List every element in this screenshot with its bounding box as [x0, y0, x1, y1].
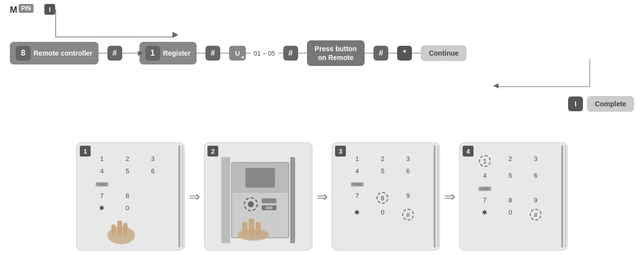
- key-4-8: 8: [500, 196, 521, 204]
- svg-rect-2: [123, 223, 128, 236]
- hand-svg-2: [231, 211, 275, 241]
- hash-3: #: [283, 46, 298, 61]
- connector-5: [246, 53, 251, 54]
- key-3-4: 4: [347, 167, 368, 175]
- step-number-1: 1: [145, 46, 160, 61]
- key-4-7: 7: [475, 196, 495, 204]
- continue-box: Continue: [421, 45, 467, 61]
- step-number-8: 8: [16, 46, 31, 61]
- device-top-panel: [232, 163, 288, 192]
- key-1-2: 2: [117, 155, 138, 162]
- device-wrapper: [221, 157, 295, 243]
- key-1-1: 1: [92, 155, 112, 162]
- connector-3: [197, 53, 205, 54]
- door-lines-3: [427, 143, 440, 250]
- step-num-4: 4: [463, 146, 474, 157]
- svg-rect-1: [117, 221, 122, 236]
- key-3-card: CARD: [347, 180, 368, 187]
- continue-connector-h: [497, 86, 590, 87]
- arrow-next-1: ⇒: [189, 189, 200, 205]
- step-register-label: Register: [163, 49, 191, 57]
- key-4-star: ✱: [475, 209, 495, 221]
- door-line-1b: [182, 145, 183, 248]
- connector-10: [412, 53, 421, 54]
- step-register: 1 Register: [139, 42, 197, 64]
- step-remote-controller: 8 Remote controller: [10, 42, 99, 64]
- key-3-1: 1: [347, 155, 368, 162]
- key-3-3: 3: [398, 155, 418, 162]
- step-num-2: 2: [207, 146, 218, 157]
- pin-badge: PIN: [19, 4, 34, 13]
- step-illustration-4: 4 1 2 3 4 5 6 CARD 7 8 9 ✱ 0 #: [459, 142, 568, 251]
- door-line-4a: [561, 145, 563, 248]
- key-4-zero: 0: [500, 209, 521, 221]
- connector-6: [278, 53, 283, 54]
- device-indicators: [262, 198, 276, 210]
- keypad-3: 1 2 3 4 5 6 CARD 7 8 9 ✱ 0 #: [344, 153, 421, 223]
- key-4-3: 3: [525, 155, 546, 167]
- connector-7: [298, 53, 307, 54]
- top-section: M PIN I ▶ 8 Remote controller # ▶ 1 Reg: [0, 0, 644, 138]
- door-lines-1: [172, 143, 184, 250]
- key-1-5: 5: [117, 167, 138, 175]
- complete-box: Complete: [587, 96, 634, 112]
- continue-connector-v: [589, 59, 590, 86]
- bottom-section: 1 1 2 3 4 5 6 CARD 7 8 ✱ 0: [0, 138, 644, 255]
- key-1-7: [117, 180, 138, 187]
- key-1-3: 3: [142, 155, 163, 162]
- star-badge: *: [397, 46, 412, 61]
- keypad-grid-3: 1 2 3 4 5 6 CARD 7 8 9 ✱ 0 #: [344, 153, 421, 223]
- step-illustration-1: 1 1 2 3 4 5 6 CARD 7 8 ✱ 0: [76, 142, 185, 251]
- key-1-empty: [142, 204, 163, 212]
- connector-1: [99, 53, 107, 54]
- key-4-9: 9: [525, 196, 546, 204]
- device-indicator-2: [262, 205, 276, 210]
- arrow-top: ▶: [172, 30, 178, 39]
- key-4-5: 5: [500, 172, 521, 179]
- key-3-7: 7: [347, 192, 368, 204]
- svg-rect-5: [249, 219, 254, 236]
- i-badge-top: I: [44, 4, 55, 15]
- connector-9: [388, 53, 397, 54]
- key-3-empty2: [398, 180, 418, 187]
- key-4-card: CARD: [475, 184, 495, 191]
- step-remote-label: Remote controller: [34, 49, 93, 58]
- step-num-3: 3: [335, 146, 346, 157]
- m-label: M: [10, 5, 17, 15]
- svg-rect-7: [242, 222, 247, 235]
- key-4-1-dotted: 1: [479, 155, 491, 167]
- keypad-grid-1: 1 2 3 4 5 6 CARD 7 8 ✱ 0: [89, 153, 166, 214]
- key-3-hash-dotted: #: [402, 209, 414, 221]
- key-1-9: 7: [92, 192, 112, 199]
- key-1-6: 6: [142, 167, 163, 175]
- key-4-4: 4: [475, 172, 495, 179]
- i-badge-complete: I: [568, 96, 583, 111]
- device-display: [245, 168, 275, 188]
- range-label: 01 ~ 05: [251, 50, 278, 57]
- hash-1: #: [107, 46, 122, 61]
- device-indicator-inner: [266, 206, 272, 209]
- arrow-back: ◀: [493, 81, 499, 89]
- key-4-empty: [500, 184, 521, 191]
- hash-2: #: [205, 46, 220, 61]
- device-container: [214, 155, 302, 245]
- top-connector-vertical: [55, 9, 56, 36]
- arrow-next-2: ⇒: [316, 189, 328, 205]
- door-lines-4: [555, 143, 567, 250]
- connector-2: ▶: [122, 53, 139, 54]
- step-illustration-3: 3 1 2 3 4 5 6 CARD 7 8 9 ✱ 0 #: [332, 142, 440, 251]
- key-4-hash-dotted: #: [530, 209, 542, 221]
- key-3-5: 5: [373, 167, 393, 175]
- flow-row: 8 Remote controller # ▶ 1 Register # U N: [10, 40, 467, 66]
- hash-4: #: [373, 46, 388, 61]
- key-1-0: 8: [117, 192, 138, 199]
- device-button-circle: [244, 197, 258, 211]
- complete-section: I Complete: [568, 96, 634, 112]
- key-3-8-dotted: 8: [376, 192, 388, 204]
- keypad-grid-4: 1 2 3 4 5 6 CARD 7 8 9 ✱ 0 #: [472, 153, 548, 223]
- key-3-empty: [373, 180, 393, 187]
- svg-rect-3: [111, 224, 116, 235]
- top-connector-horizontal: [55, 36, 173, 37]
- door-frame-right: [290, 157, 295, 243]
- arrow-next-3: ⇒: [444, 189, 455, 205]
